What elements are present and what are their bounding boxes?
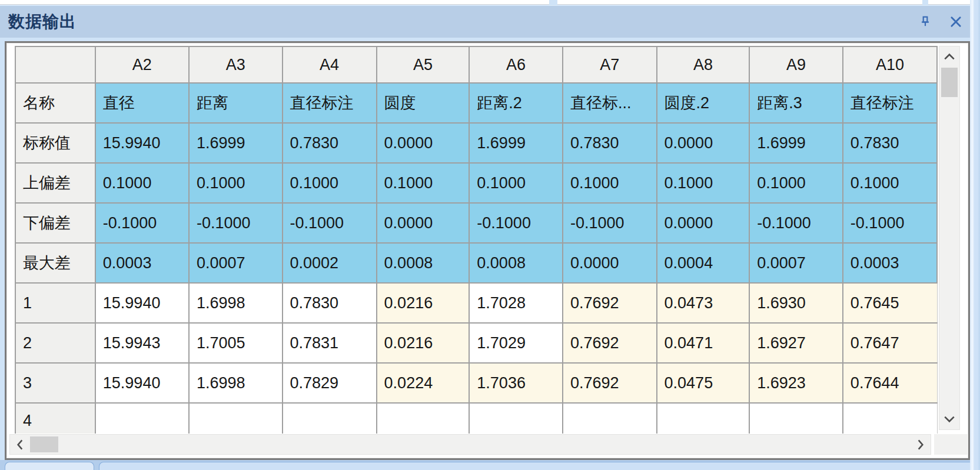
data-cell[interactable] — [749, 403, 843, 434]
vertical-scrollbar[interactable] — [939, 46, 960, 430]
column-header-A2[interactable]: A2 — [95, 46, 189, 83]
bottom-dock-tab-right[interactable] — [99, 462, 980, 470]
meta-cell[interactable]: 0.7830 — [843, 123, 937, 163]
meta-cell[interactable]: 圆度 — [377, 83, 470, 123]
meta-cell[interactable]: 0.1000 — [189, 163, 283, 203]
column-header-A5[interactable]: A5 — [377, 46, 470, 83]
meta-cell[interactable]: -0.1000 — [843, 203, 937, 243]
data-cell[interactable]: 1.7028 — [469, 283, 563, 323]
data-cell[interactable]: 0.0473 — [657, 283, 750, 323]
row-label[interactable]: 下偏差 — [15, 203, 95, 243]
meta-cell[interactable]: 0.1000 — [749, 163, 843, 203]
scroll-down-arrow-icon[interactable] — [939, 411, 959, 428]
meta-cell[interactable]: -0.1000 — [283, 203, 377, 243]
row-label[interactable]: 上偏差 — [15, 163, 95, 203]
row-label[interactable]: 最大差 — [15, 243, 95, 283]
meta-cell[interactable]: 直径标注 — [843, 83, 937, 123]
panel-titlebar[interactable]: 数据输出 — [0, 5, 980, 38]
data-cell[interactable]: 1.7029 — [469, 323, 563, 363]
data-cell[interactable]: 0.0224 — [377, 363, 470, 403]
data-cell[interactable] — [469, 403, 563, 434]
meta-cell[interactable]: 0.0002 — [283, 243, 377, 283]
data-cell[interactable]: 0.7692 — [563, 323, 657, 363]
vertical-scroll-thumb[interactable] — [941, 68, 958, 97]
data-cell[interactable] — [563, 403, 657, 434]
meta-cell[interactable]: 圆度.2 — [657, 83, 750, 123]
meta-cell[interactable]: 0.7830 — [283, 123, 377, 163]
data-cell[interactable] — [377, 403, 470, 434]
meta-cell[interactable]: -0.1000 — [189, 203, 283, 243]
data-cell[interactable] — [843, 403, 937, 434]
data-cell[interactable]: 0.0475 — [657, 363, 750, 403]
data-cell[interactable]: 0.7692 — [563, 363, 657, 403]
data-cell[interactable]: 0.7830 — [283, 283, 377, 323]
meta-cell[interactable]: 0.0000 — [657, 203, 750, 243]
meta-cell[interactable]: 直径 — [95, 83, 189, 123]
close-icon[interactable] — [948, 14, 964, 29]
row-label[interactable]: 名称 — [15, 83, 95, 123]
meta-cell[interactable]: 0.0003 — [95, 243, 189, 283]
meta-cell[interactable]: 距离 — [189, 83, 283, 123]
column-header-A8[interactable]: A8 — [657, 46, 750, 83]
row-label[interactable]: 3 — [15, 363, 95, 403]
data-cell[interactable]: 1.6930 — [749, 283, 843, 323]
data-cell[interactable]: 0.7647 — [843, 323, 937, 363]
meta-cell[interactable]: -0.1000 — [749, 203, 843, 243]
meta-cell[interactable]: 0.1000 — [843, 163, 937, 203]
meta-cell[interactable]: 1.6999 — [189, 123, 283, 163]
data-cell[interactable]: 1.6998 — [189, 363, 283, 403]
meta-cell[interactable]: 距离.2 — [469, 83, 563, 123]
scroll-left-arrow-icon[interactable] — [11, 435, 29, 454]
meta-cell[interactable]: -0.1000 — [95, 203, 189, 243]
data-cell[interactable] — [189, 403, 283, 434]
data-cell[interactable]: 1.7005 — [189, 323, 283, 363]
column-header-A7[interactable]: A7 — [563, 46, 657, 83]
row-label[interactable]: 1 — [15, 283, 95, 323]
meta-cell[interactable]: 0.1000 — [657, 163, 750, 203]
scroll-up-arrow-icon[interactable] — [939, 48, 959, 65]
meta-cell[interactable]: -0.1000 — [563, 203, 657, 243]
meta-cell[interactable]: 直径标注 — [283, 83, 377, 123]
meta-cell[interactable]: 0.0003 — [843, 243, 937, 283]
meta-cell[interactable]: 1.6999 — [469, 123, 563, 163]
data-cell[interactable]: 1.6923 — [749, 363, 843, 403]
meta-cell[interactable]: 0.0000 — [657, 123, 750, 163]
data-cell[interactable]: 0.0216 — [377, 323, 470, 363]
row-label[interactable]: 4 — [15, 403, 95, 434]
meta-cell[interactable]: 1.6999 — [749, 123, 843, 163]
column-header-A3[interactable]: A3 — [189, 46, 283, 83]
data-cell[interactable]: 1.6927 — [749, 323, 843, 363]
data-cell[interactable] — [95, 403, 189, 434]
meta-cell[interactable]: 0.0000 — [377, 203, 470, 243]
bottom-dock-tab-left[interactable] — [5, 462, 94, 470]
data-cell[interactable]: 0.0471 — [657, 323, 750, 363]
column-header-A10[interactable]: A10 — [843, 46, 937, 83]
data-cell[interactable]: 0.7692 — [563, 283, 657, 323]
meta-cell[interactable]: 15.9940 — [95, 123, 189, 163]
data-cell[interactable]: 15.9940 — [95, 283, 189, 323]
meta-cell[interactable]: 0.1000 — [377, 163, 470, 203]
pin-icon[interactable] — [918, 14, 933, 29]
data-cell[interactable]: 0.7831 — [283, 323, 377, 363]
meta-cell[interactable]: 0.0000 — [563, 243, 657, 283]
scroll-right-arrow-icon[interactable] — [912, 435, 929, 454]
data-cell[interactable]: 15.9940 — [95, 363, 189, 403]
data-cell[interactable] — [657, 403, 750, 434]
meta-cell[interactable]: 0.0008 — [377, 243, 470, 283]
meta-cell[interactable]: 直径标... — [563, 83, 657, 123]
meta-cell[interactable]: 0.0004 — [657, 243, 750, 283]
data-cell[interactable]: 0.0216 — [377, 283, 470, 323]
data-cell[interactable]: 0.7829 — [283, 363, 377, 403]
row-label[interactable]: 标称值 — [15, 123, 95, 163]
meta-cell[interactable]: 0.0008 — [469, 243, 563, 283]
data-cell[interactable]: 0.7644 — [843, 363, 937, 403]
row-label[interactable]: 2 — [15, 323, 95, 363]
meta-cell[interactable]: 0.0007 — [189, 243, 283, 283]
data-cell[interactable]: 15.9943 — [95, 323, 189, 363]
meta-cell[interactable]: 距离.3 — [749, 83, 843, 123]
meta-cell[interactable]: -0.1000 — [469, 203, 563, 243]
data-cell[interactable]: 1.6998 — [189, 283, 283, 323]
column-header-A4[interactable]: A4 — [283, 46, 377, 83]
horizontal-scrollbar[interactable] — [9, 434, 931, 455]
column-header-A9[interactable]: A9 — [749, 46, 843, 83]
